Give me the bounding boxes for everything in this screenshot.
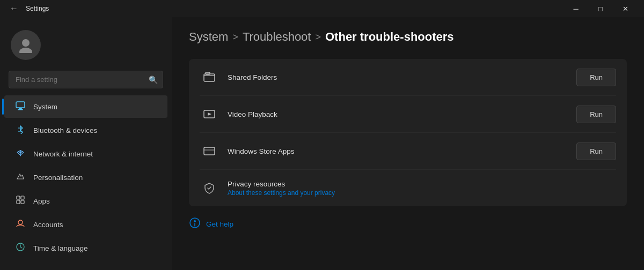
breadcrumb-troubleshoot[interactable]: Troubleshoot [243,30,311,44]
svg-rect-4 [18,109,23,110]
svg-point-21 [194,220,196,222]
content-area: System > Troubleshoot > Other trouble-sh… [172,17,644,270]
troubleshooter-privacy: Privacy resources About these settings a… [200,170,616,206]
nav-accounts-label: Accounts [33,221,63,229]
back-button[interactable]: ← [6,3,21,14]
nav-bluetooth[interactable]: Bluetooth & devices [4,119,167,141]
nav-network-label: Network & internet [33,150,93,158]
svg-rect-18 [204,147,215,155]
nav-time-label: Time & language [33,244,88,252]
maximize-button[interactable]: □ [588,0,613,17]
search-icon: 🔍 [149,76,158,84]
svg-rect-14 [204,74,215,81]
nav-bluetooth-label: Bluetooth & devices [33,126,97,134]
svg-rect-8 [17,196,20,199]
troubleshooter-video-playback: Video Playback Run [200,96,616,133]
minimize-button[interactable]: ─ [564,0,588,17]
privacy-label: Privacy resources [228,180,616,188]
close-button[interactable]: ✕ [613,0,638,17]
network-icon [15,148,26,160]
time-icon [15,242,26,254]
bluetooth-icon [15,124,26,136]
svg-rect-10 [17,200,20,204]
search-box[interactable]: 🔍 [9,71,163,88]
sidebar: 🔍 System Bluetooth & devices Network & i… [0,17,172,270]
svg-marker-17 [208,112,211,116]
nav-apps[interactable]: Apps [4,190,167,212]
nav-apps-label: Apps [33,197,50,205]
privacy-icon [200,178,219,198]
get-help-label: Get help [206,220,233,228]
svg-point-0 [22,39,30,47]
avatar-area [0,21,172,71]
breadcrumb-current: Other trouble-shooters [325,30,454,44]
search-input[interactable] [9,71,163,88]
windows-store-label: Windows Store Apps [228,147,568,155]
window-controls: ─ □ ✕ [564,0,638,17]
nav-network[interactable]: Network & internet [4,142,167,165]
get-help[interactable]: Get help [189,206,627,236]
shared-folders-label: Shared Folders [228,73,568,81]
svg-rect-2 [16,102,25,108]
apps-icon [15,195,26,207]
main-layout: 🔍 System Bluetooth & devices Network & i… [0,17,644,270]
svg-rect-9 [21,196,24,199]
windows-store-icon [200,141,219,161]
svg-point-1 [19,48,32,53]
svg-point-12 [18,220,23,224]
breadcrumb: System > Troubleshoot > Other trouble-sh… [189,17,627,59]
breadcrumb-system[interactable]: System [189,30,228,44]
troubleshooter-windows-store: Windows Store Apps Run [200,133,616,170]
breadcrumb-sep2: > [315,32,321,43]
app-title: Settings [26,5,49,12]
troubleshooter-shared-folders: Shared Folders Run [200,59,616,96]
nav-system-label: System [33,103,57,111]
avatar[interactable] [11,30,41,60]
titlebar: ← Settings ─ □ ✕ [0,0,644,17]
breadcrumb-sep1: > [232,32,238,43]
privacy-subtext[interactable]: About these settings and your privacy [228,189,616,197]
nav-time[interactable]: Time & language [4,237,167,259]
svg-point-7 [20,155,21,156]
video-playback-run-button[interactable]: Run [576,106,616,123]
nav-personalisation[interactable]: Personalisation [4,166,167,189]
shared-folders-run-button[interactable]: Run [576,69,616,86]
svg-rect-11 [21,200,24,204]
video-playback-label: Video Playback [228,110,568,118]
troubleshooters-card: Shared Folders Run Video Playback Run Wi… [189,59,627,206]
nav-accounts[interactable]: Accounts [4,213,167,236]
shared-folders-icon [200,68,219,87]
nav-system[interactable]: System [4,95,167,118]
privacy-text: Privacy resources About these settings a… [228,180,616,197]
nav-personalisation-label: Personalisation [33,174,83,182]
system-icon [15,101,26,112]
get-help-icon [189,217,201,231]
windows-store-run-button[interactable]: Run [576,142,616,160]
accounts-icon [15,219,26,230]
video-playback-icon [200,104,219,124]
svg-rect-15 [206,72,210,74]
personalisation-icon [15,171,26,183]
svg-rect-3 [19,108,22,109]
